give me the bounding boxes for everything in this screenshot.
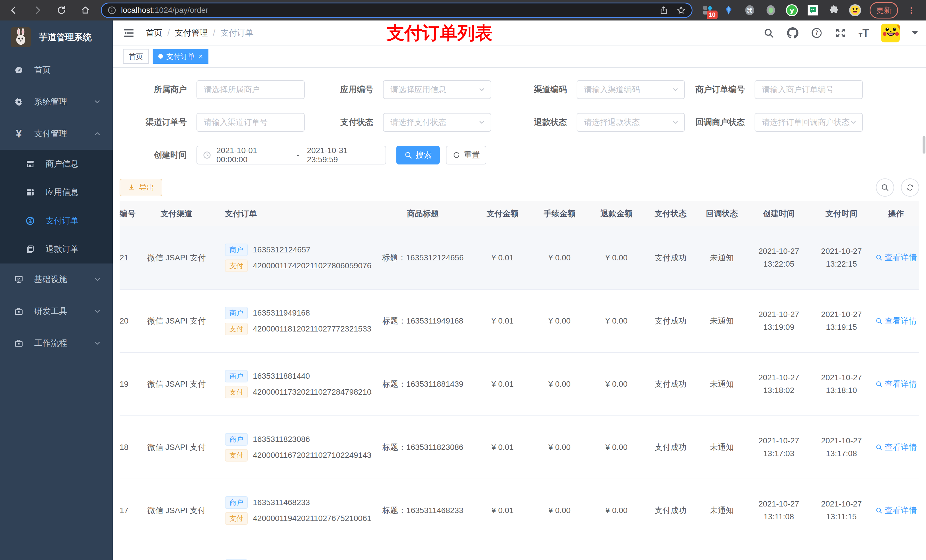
tab-home[interactable]: 首页 (123, 49, 149, 64)
pay-tag: 支付 (225, 260, 248, 272)
view-detail-link[interactable]: 查看详情 (875, 505, 917, 516)
extension-grid-icon[interactable]: 10 (701, 4, 714, 17)
site-info-icon[interactable] (107, 6, 117, 15)
sidebar-item-pay-order[interactable]: 支付订单 (0, 207, 113, 235)
cell-fee: ¥ 0.00 (531, 226, 588, 290)
refresh-table-button[interactable] (901, 178, 919, 197)
browser-menu-icon[interactable]: ⋮ (907, 5, 916, 15)
export-button[interactable]: 导出 (120, 179, 162, 196)
sidebar-item-home[interactable]: 首页 (0, 54, 113, 86)
sidebar-item-system[interactable]: 系统管理 (0, 86, 113, 118)
view-detail-link[interactable]: 查看详情 (875, 379, 917, 389)
sidebar-item-label: 支付订单 (45, 215, 101, 226)
channel-pay-no: 4200001173202110272847982104 (253, 388, 372, 397)
merchant-input[interactable] (197, 80, 305, 99)
forward-icon[interactable] (32, 5, 43, 16)
pay-tag: 支付 (225, 386, 248, 398)
toggle-search-button[interactable] (876, 178, 894, 197)
github-icon[interactable] (787, 27, 799, 39)
pay-order-line: 支付 4200001167202110271022491439 (225, 449, 372, 462)
extension-chat-icon[interactable] (806, 4, 820, 17)
pay-status-input[interactable] (383, 113, 491, 132)
cell-notify: 未通知 (696, 290, 747, 353)
bookmark-star-icon[interactable] (676, 5, 686, 15)
sidebar-item-workflow[interactable]: 工作流程 (0, 327, 113, 359)
extension-y-icon[interactable]: y (785, 4, 799, 17)
notify-status-input[interactable] (755, 113, 863, 132)
view-detail-link[interactable]: 查看详情 (875, 252, 917, 263)
search-button[interactable]: 搜索 (396, 146, 440, 165)
sidebar-item-devtools[interactable]: 研发工具 (0, 295, 113, 327)
pay-tag: 支付 (225, 512, 248, 525)
pay-status-select[interactable] (383, 113, 491, 132)
extensions-puzzle-icon[interactable] (828, 4, 841, 17)
sidebar-fold-icon[interactable] (123, 27, 135, 39)
extension-oval-icon[interactable] (764, 4, 777, 17)
scrollbar-thumb[interactable] (923, 136, 925, 154)
sidebar-item-label: 系统管理 (34, 96, 94, 107)
cell-fee (531, 542, 588, 560)
merchant-tag: 商户 (225, 370, 248, 382)
refund-status-input[interactable] (576, 113, 685, 132)
extension-gem-icon[interactable] (722, 4, 735, 17)
view-detail-link[interactable]: 查看详情 (875, 442, 917, 453)
sidebar-item-merchant-info[interactable]: 商户信息 (0, 150, 113, 178)
cell-fee: ¥ 0.00 (531, 353, 588, 416)
reset-button[interactable]: 重置 (446, 146, 486, 165)
extension-command-icon[interactable]: ⌘ (743, 4, 756, 17)
cell-id: 21 (120, 226, 141, 290)
channel-code-select[interactable] (576, 80, 685, 99)
create-time-range-picker[interactable]: 2021-10-01 00:00:00 - 2021-10-31 23:59:5… (197, 146, 386, 165)
sidebar-logo-row[interactable]: 芋道管理系统 (0, 21, 113, 54)
reload-icon[interactable] (56, 5, 67, 16)
cell-create-time: 2021-10-27 13:22:05 (747, 226, 810, 290)
channel-code-input[interactable] (576, 80, 685, 99)
cell-actions: 查看详情 (873, 353, 919, 416)
merchant-order-line: 商户 1635311823086 (225, 433, 372, 445)
fullscreen-icon[interactable] (835, 27, 847, 39)
font-size-icon[interactable]: TT (858, 27, 869, 38)
field-label: 所属商户 (120, 84, 197, 95)
share-icon[interactable] (659, 6, 668, 15)
view-detail-link[interactable]: 查看详情 (875, 315, 917, 326)
merchant-order-no-field[interactable] (755, 80, 863, 99)
refund-status-select[interactable] (576, 113, 685, 132)
cell-notify: 未通知 (696, 479, 747, 542)
sidebar-item-pay[interactable]: ¥ 支付管理 (0, 118, 113, 150)
avatar-caret-icon[interactable] (912, 31, 918, 35)
channel-order-no-input[interactable] (197, 113, 305, 132)
user-avatar[interactable] (881, 24, 900, 42)
pay-date: 2021-10-27 (810, 371, 873, 384)
channel-order-no-field[interactable] (197, 113, 305, 132)
profile-emoji-avatar[interactable] (849, 4, 862, 17)
documents-icon (25, 244, 35, 254)
breadcrumb-home[interactable]: 首页 (146, 27, 162, 39)
create-date: 2021-10-27 (747, 435, 810, 447)
back-icon[interactable] (8, 5, 20, 16)
merchant-select[interactable] (197, 80, 305, 99)
notify-status-select[interactable] (755, 113, 863, 132)
home-icon[interactable] (80, 5, 91, 16)
app-select[interactable] (383, 80, 491, 99)
browser-update-button[interactable]: 更新 (870, 2, 898, 18)
sidebar-item-app-info[interactable]: 应用信息 (0, 178, 113, 207)
export-button-label: 导出 (139, 183, 154, 193)
merchant-order-no-input[interactable] (755, 80, 863, 99)
app-input[interactable] (383, 80, 491, 99)
help-icon[interactable]: ? (811, 27, 823, 39)
sidebar-item-refund-order[interactable]: 退款订单 (0, 235, 113, 264)
col-header-notify: 回调状态 (696, 201, 747, 226)
cell-refund: ¥ 0.00 (588, 226, 645, 290)
download-icon (127, 184, 136, 192)
refresh-icon (452, 151, 460, 159)
create-time: 13:18:02 (747, 384, 810, 397)
close-icon[interactable]: × (199, 52, 203, 60)
breadcrumb-pay[interactable]: 支付管理 (175, 27, 208, 39)
search-icon (875, 317, 883, 325)
search-icon[interactable] (763, 27, 775, 39)
chevron-down-icon (94, 339, 101, 347)
tab-pay-order[interactable]: 支付订单 × (153, 49, 209, 64)
pay-date: 2021-10-27 (810, 498, 873, 510)
url-bar[interactable]: localhost:1024/pay/order (101, 3, 693, 18)
sidebar-item-infra[interactable]: 基础设施 (0, 264, 113, 295)
